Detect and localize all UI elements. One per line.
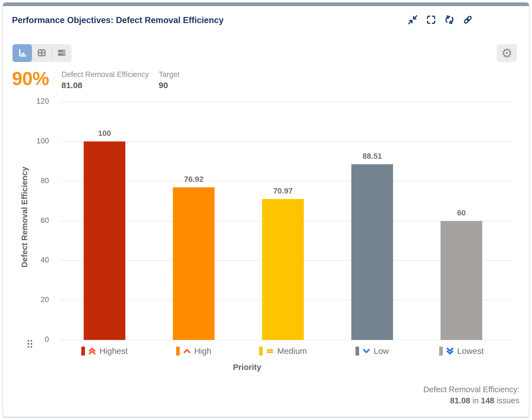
rows-icon — [57, 48, 67, 59]
legend-swatch — [81, 347, 85, 356]
refresh-icon[interactable] — [444, 14, 455, 25]
bar-value-label: 88.51 — [362, 152, 382, 161]
legend-item-high[interactable]: High — [176, 346, 212, 356]
list-view-button[interactable] — [52, 44, 71, 62]
widget-accent-bar — [3, 3, 529, 6]
widget-card: Performance Objectives: Defect Removal E… — [3, 2, 529, 417]
link-icon[interactable] — [462, 14, 473, 25]
y-tick-label: 60 — [21, 216, 49, 225]
legend-item-medium[interactable]: Medium — [259, 346, 307, 356]
y-tick-label: 0 — [21, 335, 49, 344]
fullscreen-icon[interactable] — [426, 14, 437, 25]
gridline — [59, 101, 513, 102]
x-axis-title: Priority — [233, 363, 261, 372]
bar-high[interactable] — [173, 187, 215, 340]
bar-highest[interactable] — [84, 141, 125, 340]
metric-value: 81.08 — [61, 81, 149, 90]
collapse-icon[interactable] — [407, 14, 418, 25]
metric-label: Defect Removal Efficiency — [61, 70, 149, 79]
y-tick-label: 20 — [21, 295, 49, 304]
settings-button[interactable]: ⚙ — [497, 44, 517, 62]
chart-summary-title: Defect Removal Efficiency: — [423, 384, 519, 395]
priority-low-icon — [362, 347, 371, 356]
legend-swatch — [439, 347, 443, 356]
bar-value-label: 60 — [457, 208, 466, 217]
priority-high-icon — [183, 347, 192, 356]
legend-label: Medium — [277, 346, 307, 356]
chart-view-button[interactable] — [13, 44, 32, 62]
legend-label: Low — [374, 346, 389, 356]
target-percent: 90% — [12, 68, 49, 89]
y-tick-label: 120 — [21, 97, 49, 106]
table-icon — [37, 48, 47, 59]
legend-swatch — [259, 347, 263, 356]
header-actions — [407, 14, 473, 25]
legend-label: Highest — [100, 346, 128, 356]
bar-low[interactable] — [351, 164, 393, 340]
bar-value-label: 76.92 — [184, 175, 203, 184]
bar-lowest[interactable] — [441, 221, 482, 340]
y-tick-label: 40 — [21, 256, 49, 264]
table-view-button[interactable] — [32, 44, 51, 62]
view-toggle-group — [13, 44, 71, 62]
legend-label: Lowest — [457, 346, 484, 356]
y-tick-label: 100 — [21, 137, 49, 145]
target-value: 90 — [159, 81, 180, 90]
gridline — [59, 181, 513, 182]
chart-summary-detail: 81.08 in 148 issues — [423, 395, 519, 406]
chart-summary: Defect Removal Efficiency: 81.08 in 148 … — [423, 384, 519, 406]
bar-medium[interactable] — [262, 199, 304, 340]
metric-block: Defect Removal Efficiency 81.08 — [61, 70, 149, 90]
legend-item-highest[interactable]: Highest — [81, 346, 128, 356]
page-title: Performance Objectives: Defect Removal E… — [12, 15, 224, 25]
legend-item-low[interactable]: Low — [356, 346, 389, 356]
legend-label: High — [194, 346, 212, 356]
area-chart-icon — [17, 48, 27, 59]
priority-highest-icon — [88, 347, 97, 356]
target-block: Target 90 — [159, 70, 180, 90]
priority-lowest-icon — [446, 347, 454, 356]
legend-swatch — [356, 347, 359, 356]
bar-value-label: 70.97 — [273, 187, 293, 195]
gear-icon: ⚙ — [501, 47, 513, 59]
legend-swatch — [176, 347, 180, 356]
target-label: Target — [159, 70, 180, 79]
gridline — [59, 141, 513, 142]
bar-value-label: 100 — [98, 129, 111, 138]
legend-item-lowest[interactable]: Lowest — [439, 346, 484, 356]
priority-medium-icon — [265, 347, 274, 356]
y-tick-label: 80 — [21, 177, 49, 185]
